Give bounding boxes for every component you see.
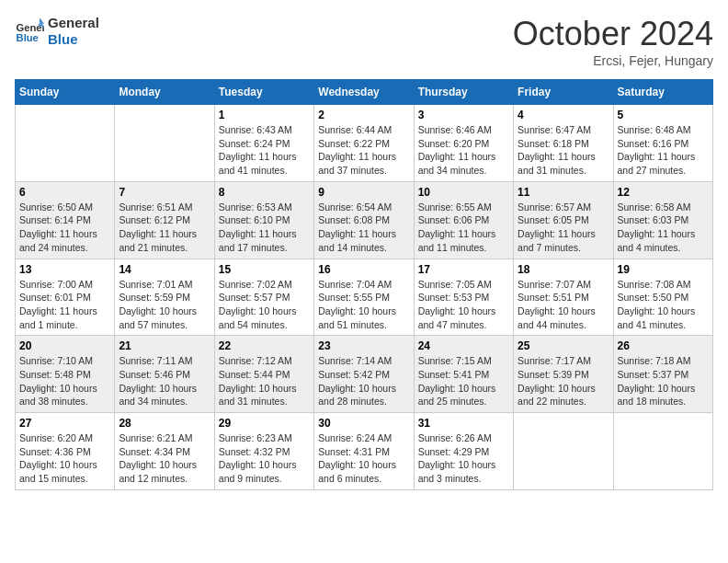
day-number: 25 xyxy=(518,339,609,352)
day-info: Sunrise: 6:48 AMSunset: 6:16 PMDaylight:… xyxy=(618,123,709,178)
location: Ercsi, Fejer, Hungary xyxy=(513,53,713,68)
day-number: 19 xyxy=(618,263,709,276)
day-number: 1 xyxy=(219,109,310,121)
day-cell: 16Sunrise: 7:04 AMSunset: 5:55 PMDayligh… xyxy=(314,259,414,336)
day-number: 28 xyxy=(119,417,210,430)
day-cell: 12Sunrise: 6:58 AMSunset: 6:03 PMDayligh… xyxy=(613,181,712,259)
day-number: 6 xyxy=(19,186,110,199)
day-cell: 10Sunrise: 6:55 AMSunset: 6:06 PMDayligh… xyxy=(414,181,513,259)
day-cell: 25Sunrise: 7:17 AMSunset: 5:39 PMDayligh… xyxy=(514,336,613,413)
day-number: 11 xyxy=(518,186,609,199)
day-info: Sunrise: 7:04 AMSunset: 5:55 PMDaylight:… xyxy=(318,278,409,332)
calendar-header-row: SundayMondayTuesdayWednesdayThursdayFrid… xyxy=(16,80,713,105)
day-cell: 22Sunrise: 7:12 AMSunset: 5:44 PMDayligh… xyxy=(214,336,313,413)
day-number: 14 xyxy=(119,263,210,276)
day-cell: 13Sunrise: 7:00 AMSunset: 6:01 PMDayligh… xyxy=(16,259,115,336)
week-row-3: 13Sunrise: 7:00 AMSunset: 6:01 PMDayligh… xyxy=(16,259,713,336)
day-info: Sunrise: 6:23 AMSunset: 4:32 PMDaylight:… xyxy=(219,431,310,486)
day-cell: 19Sunrise: 7:08 AMSunset: 5:50 PMDayligh… xyxy=(613,259,712,336)
day-info: Sunrise: 7:12 AMSunset: 5:44 PMDaylight:… xyxy=(219,354,310,408)
day-number: 31 xyxy=(418,417,509,430)
day-cell: 27Sunrise: 6:20 AMSunset: 4:36 PMDayligh… xyxy=(16,413,115,490)
day-info: Sunrise: 7:14 AMSunset: 5:42 PMDaylight:… xyxy=(318,354,409,408)
day-number: 10 xyxy=(418,186,509,199)
header-tuesday: Tuesday xyxy=(214,80,313,105)
day-info: Sunrise: 6:55 AMSunset: 6:06 PMDaylight:… xyxy=(418,201,509,255)
day-cell: 31Sunrise: 6:26 AMSunset: 4:29 PMDayligh… xyxy=(414,413,513,490)
day-info: Sunrise: 7:10 AMSunset: 5:48 PMDaylight:… xyxy=(19,354,110,408)
day-cell: 1Sunrise: 6:43 AMSunset: 6:24 PMDaylight… xyxy=(214,105,313,182)
day-info: Sunrise: 7:18 AMSunset: 5:37 PMDaylight:… xyxy=(618,354,709,408)
day-cell: 21Sunrise: 7:11 AMSunset: 5:46 PMDayligh… xyxy=(115,336,214,413)
day-info: Sunrise: 6:43 AMSunset: 6:24 PMDaylight:… xyxy=(219,123,310,178)
svg-text:Blue: Blue xyxy=(17,32,39,43)
day-info: Sunrise: 6:51 AMSunset: 6:12 PMDaylight:… xyxy=(119,201,210,255)
day-number: 18 xyxy=(518,263,609,276)
day-number: 17 xyxy=(418,263,509,276)
day-number: 16 xyxy=(318,263,409,276)
day-cell: 5Sunrise: 6:48 AMSunset: 6:16 PMDaylight… xyxy=(613,105,712,182)
day-cell: 29Sunrise: 6:23 AMSunset: 4:32 PMDayligh… xyxy=(214,413,313,490)
day-info: Sunrise: 6:47 AMSunset: 6:18 PMDaylight:… xyxy=(518,123,609,178)
day-cell: 2Sunrise: 6:44 AMSunset: 6:22 PMDaylight… xyxy=(314,105,414,182)
day-info: Sunrise: 6:57 AMSunset: 6:05 PMDaylight:… xyxy=(518,201,609,255)
day-cell xyxy=(514,413,613,490)
day-info: Sunrise: 6:24 AMSunset: 4:31 PMDaylight:… xyxy=(318,431,409,486)
day-number: 8 xyxy=(219,186,310,199)
day-cell: 18Sunrise: 7:07 AMSunset: 5:51 PMDayligh… xyxy=(514,259,613,336)
day-cell: 3Sunrise: 6:46 AMSunset: 6:20 PMDaylight… xyxy=(414,105,513,182)
day-cell: 30Sunrise: 6:24 AMSunset: 4:31 PMDayligh… xyxy=(314,413,414,490)
day-info: Sunrise: 6:21 AMSunset: 4:34 PMDaylight:… xyxy=(119,431,210,486)
day-number: 5 xyxy=(618,109,709,121)
day-cell: 9Sunrise: 6:54 AMSunset: 6:08 PMDaylight… xyxy=(314,181,414,259)
day-cell: 26Sunrise: 7:18 AMSunset: 5:37 PMDayligh… xyxy=(613,336,712,413)
day-info: Sunrise: 7:08 AMSunset: 5:50 PMDaylight:… xyxy=(618,278,709,332)
day-number: 21 xyxy=(119,339,210,352)
logo-icon: General Blue xyxy=(15,17,44,46)
day-cell xyxy=(115,105,214,182)
header-sunday: Sunday xyxy=(16,80,115,105)
day-number: 20 xyxy=(19,339,110,352)
day-info: Sunrise: 7:07 AMSunset: 5:51 PMDaylight:… xyxy=(518,278,609,332)
day-cell: 23Sunrise: 7:14 AMSunset: 5:42 PMDayligh… xyxy=(314,336,414,413)
header-thursday: Thursday xyxy=(414,80,513,105)
day-number: 13 xyxy=(19,263,110,276)
week-row-1: 1Sunrise: 6:43 AMSunset: 6:24 PMDaylight… xyxy=(16,105,713,182)
day-cell: 7Sunrise: 6:51 AMSunset: 6:12 PMDaylight… xyxy=(115,181,214,259)
day-cell: 6Sunrise: 6:50 AMSunset: 6:14 PMDaylight… xyxy=(16,181,115,259)
day-info: Sunrise: 6:54 AMSunset: 6:08 PMDaylight:… xyxy=(318,201,409,255)
day-number: 7 xyxy=(119,186,210,199)
header-wednesday: Wednesday xyxy=(314,80,414,105)
day-number: 22 xyxy=(219,339,310,352)
header-saturday: Saturday xyxy=(613,80,712,105)
day-cell: 8Sunrise: 6:53 AMSunset: 6:10 PMDaylight… xyxy=(214,181,313,259)
day-cell: 14Sunrise: 7:01 AMSunset: 5:59 PMDayligh… xyxy=(115,259,214,336)
day-info: Sunrise: 7:05 AMSunset: 5:53 PMDaylight:… xyxy=(418,278,509,332)
day-cell: 28Sunrise: 6:21 AMSunset: 4:34 PMDayligh… xyxy=(115,413,214,490)
day-info: Sunrise: 6:20 AMSunset: 4:36 PMDaylight:… xyxy=(19,431,110,486)
day-info: Sunrise: 6:50 AMSunset: 6:14 PMDaylight:… xyxy=(19,201,110,255)
logo-general-text: General xyxy=(48,15,99,31)
logo-blue-text: Blue xyxy=(48,31,99,48)
week-row-5: 27Sunrise: 6:20 AMSunset: 4:36 PMDayligh… xyxy=(16,413,713,490)
header-monday: Monday xyxy=(115,80,214,105)
month-title: October 2024 xyxy=(513,15,713,53)
day-info: Sunrise: 7:17 AMSunset: 5:39 PMDaylight:… xyxy=(518,354,609,408)
week-row-4: 20Sunrise: 7:10 AMSunset: 5:48 PMDayligh… xyxy=(16,336,713,413)
day-number: 4 xyxy=(518,109,609,121)
page-header: General Blue General Blue October 2024 E… xyxy=(15,15,713,68)
header-friday: Friday xyxy=(514,80,613,105)
day-cell: 24Sunrise: 7:15 AMSunset: 5:41 PMDayligh… xyxy=(414,336,513,413)
day-cell: 4Sunrise: 6:47 AMSunset: 6:18 PMDaylight… xyxy=(514,105,613,182)
day-cell xyxy=(16,105,115,182)
day-info: Sunrise: 7:15 AMSunset: 5:41 PMDaylight:… xyxy=(418,354,509,408)
day-number: 23 xyxy=(318,339,409,352)
day-number: 29 xyxy=(219,417,310,430)
day-number: 27 xyxy=(19,417,110,430)
week-row-2: 6Sunrise: 6:50 AMSunset: 6:14 PMDaylight… xyxy=(16,181,713,259)
day-cell: 15Sunrise: 7:02 AMSunset: 5:57 PMDayligh… xyxy=(214,259,313,336)
day-info: Sunrise: 7:02 AMSunset: 5:57 PMDaylight:… xyxy=(219,278,310,332)
day-number: 24 xyxy=(418,339,509,352)
day-cell: 17Sunrise: 7:05 AMSunset: 5:53 PMDayligh… xyxy=(414,259,513,336)
day-info: Sunrise: 6:44 AMSunset: 6:22 PMDaylight:… xyxy=(318,123,409,178)
